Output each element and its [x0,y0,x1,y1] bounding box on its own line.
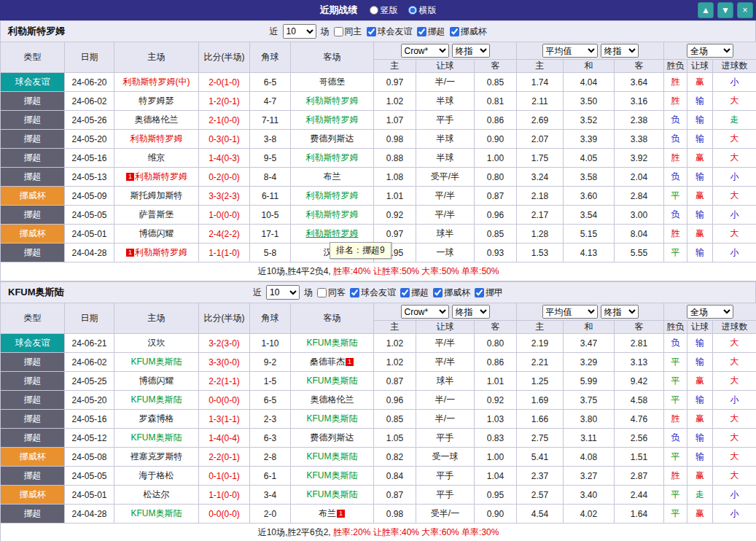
competition-filter[interactable]: 同客 [317,287,346,299]
sub-column-header: 和 [564,60,615,73]
odds-value: 0.92 [475,391,517,410]
home-team-link[interactable]: 斯托姆加斯特 [130,190,183,201]
home-team-link[interactable]: 博德闪耀 [139,228,174,238]
away-team-link[interactable]: 费德列斯达 [311,432,354,443]
home-team-link[interactable]: 萨普斯堡 [139,209,174,219]
home-team-link[interactable]: KFUM奥斯陆 [131,432,182,443]
home-team-link[interactable]: 罗森博格 [139,413,174,424]
home-team-link[interactable]: 博德闪耀 [139,375,174,386]
home-team-link[interactable]: 汉坎 [148,338,165,348]
home-team-link[interactable]: 维京 [148,152,165,163]
layout-radio-input[interactable] [370,6,378,15]
away-team-link[interactable]: KFUM奥斯陆 [307,470,358,480]
home-team-link[interactable]: 松达尔 [144,489,170,499]
match-score: 1-4(0-3) [199,149,250,168]
away-team-link[interactable]: 哥德堡 [319,77,346,87]
odds-value: 半/一 [416,410,475,429]
away-team-link[interactable]: 布兰 [319,508,336,518]
competition-filter-checkbox[interactable] [433,288,443,297]
competition-filter[interactable]: 挪超 [417,26,445,38]
home-team-link[interactable]: 裡塞克罗斯特 [130,451,183,462]
home-team-link[interactable]: 利勒斯特罗姆 [135,247,187,257]
result-value: 平 [664,448,687,467]
away-team-link[interactable]: 利勒斯特罗姆 [306,114,359,125]
odds-stage-select[interactable]: 终指 [452,44,490,58]
layout-radio-input[interactable] [408,6,417,15]
away-team-link[interactable]: 布兰 [324,171,341,182]
result-value: 小 [713,486,756,505]
match-score: 1-4(0-4) [199,429,250,448]
away-team-link[interactable]: 桑德菲杰 [310,357,345,367]
match-score: 3-3(0-0) [199,353,250,372]
home-team-link[interactable]: 利勒斯特罗姆 [130,133,183,144]
corner-score: 8-4 [250,168,291,187]
away-team-link[interactable]: 利勒斯特罗姆 [306,228,359,238]
home-team-link[interactable]: 奥德格伦兰 [135,114,179,125]
competition-filter[interactable]: 挪威杯 [433,287,470,299]
competition-filter[interactable]: 球会友谊 [367,26,413,38]
close-button[interactable]: × [737,2,753,18]
average-select[interactable]: 平均值 [542,44,598,58]
bookmaker-select[interactable]: Crow* [401,305,449,319]
odds-value: 3.38 [615,130,664,149]
result-value: 走 [713,111,756,130]
away-team-link[interactable]: 利勒斯特罗姆 [306,96,359,106]
competition-filter-checkbox[interactable] [367,27,376,36]
competition-filter[interactable]: 挪甲 [475,287,503,299]
competition-filter-checkbox[interactable] [317,288,327,297]
away-team-link[interactable]: 奥德格伦兰 [311,394,354,405]
scope-select[interactable]: 全场 [687,44,733,58]
away-team-link[interactable]: KFUM奥斯陆 [307,451,358,462]
away-team-link[interactable]: KFUM奥斯陆 [307,338,358,348]
odds-value: 平/半 [416,334,475,353]
average-select[interactable]: 平均值 [542,305,598,319]
recent-count-select[interactable]: 10 [283,24,316,39]
col-home: 主场 [114,42,199,73]
result-value: 平 [664,505,687,524]
layout-radio-option[interactable]: 竖版 [370,4,398,17]
competition-filter[interactable]: 挪超 [400,287,429,299]
competition-filter[interactable]: 挪威杯 [450,26,487,38]
average-stage-select[interactable]: 终指 [601,44,639,58]
away-team-cell: KFUM奥斯陆 [291,486,374,505]
scope-select[interactable]: 全场 [687,305,733,319]
odds-stage-select[interactable]: 终指 [452,305,490,319]
away-team-link[interactable]: 利勒斯特罗姆 [306,152,359,163]
topbar: 近期战绩 竖版 横版 ▲ ▼ × [0,0,756,20]
match-row: 挪超 24-05-20 KFUM奥斯陆 0-0(0-0) 6-5 奥德格伦兰 0… [1,391,756,410]
bookmaker-select[interactable]: Crow* [401,44,449,58]
home-team-link[interactable]: 海于格松 [139,470,174,480]
move-down-button[interactable]: ▼ [717,2,733,18]
recent-count-select[interactable]: 10 [266,285,300,300]
competition-filter[interactable]: 球会友谊 [350,287,396,299]
home-team-cell: 松达尔 [114,486,199,505]
away-team-link[interactable]: 费德列斯达 [311,133,354,144]
home-team-cell: KFUM奥斯陆 [114,429,199,448]
result-value: 胜 [664,225,687,244]
away-team-link[interactable]: 利勒斯特罗姆 [306,190,359,201]
competition-filter-checkbox[interactable] [450,27,459,36]
competition-filter[interactable]: 同主 [334,26,362,38]
home-team-link[interactable]: 特罗姆瑟 [139,96,174,106]
away-team-link[interactable]: KFUM奥斯陆 [307,375,358,386]
away-team-link[interactable]: 利勒斯特罗姆 [306,209,359,219]
odds-value: 3.50 [564,92,615,111]
competition-filter-checkbox[interactable] [400,288,410,297]
competition-filter-checkbox[interactable] [334,27,343,36]
move-up-button[interactable]: ▲ [698,2,714,18]
away-team-link[interactable]: KFUM奥斯陆 [307,413,358,424]
filter-bar: 近 10 场 同主 球会友谊 挪超 挪威杯 [270,24,487,39]
competition-filter-checkbox[interactable] [417,27,426,36]
result-value: 负 [664,130,687,149]
competition-filter-checkbox[interactable] [475,288,484,297]
odds-value: 3.24 [517,168,564,187]
competition-filter-checkbox[interactable] [350,288,359,297]
average-stage-select[interactable]: 终指 [601,305,639,319]
home-team-link[interactable]: 利勒斯特罗姆 [135,171,187,182]
layout-radio-option[interactable]: 横版 [408,4,437,17]
home-team-link[interactable]: KFUM奥斯陆 [131,508,182,518]
home-team-link[interactable]: KFUM奥斯陆 [131,357,182,367]
home-team-link[interactable]: KFUM奥斯陆 [131,394,182,405]
home-team-link[interactable]: 利勒斯特罗姆(中) [123,77,190,87]
away-team-link[interactable]: KFUM奥斯陆 [307,489,358,499]
